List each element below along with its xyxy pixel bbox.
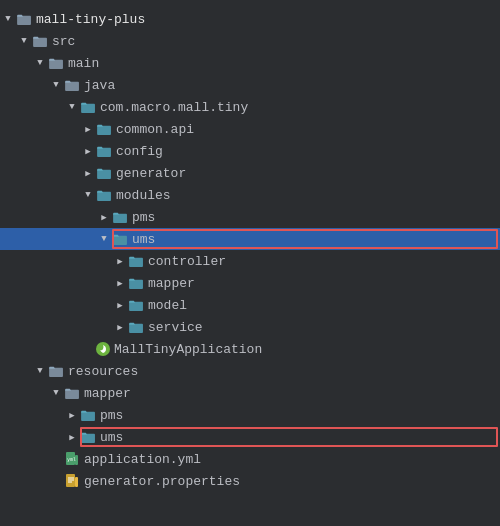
svg-rect-15 — [49, 368, 63, 377]
tree-item-common.api[interactable]: common.api — [0, 118, 500, 140]
package-folder-icon — [112, 209, 128, 225]
spring-icon — [96, 342, 110, 356]
folder-icon — [48, 363, 64, 379]
tree-item-generator.properties[interactable]: generator.properties — [0, 470, 500, 492]
tree-item-ums2[interactable]: ums — [0, 426, 500, 448]
tree-item-MallTinyApplication[interactable]: MallTinyApplication — [0, 338, 500, 360]
expand-arrow[interactable] — [80, 165, 96, 181]
tree-item-main[interactable]: main — [0, 52, 500, 74]
tree-item-model[interactable]: model — [0, 294, 500, 316]
item-label: config — [116, 144, 163, 159]
expand-arrow[interactable] — [64, 99, 80, 115]
expand-arrow[interactable] — [48, 385, 64, 401]
package-folder-icon — [128, 253, 144, 269]
package-folder-icon — [80, 407, 96, 423]
tree-item-mapper[interactable]: mapper — [0, 272, 500, 294]
package-folder-icon — [128, 275, 144, 291]
tree-item-pms2[interactable]: pms — [0, 404, 500, 426]
item-label: service — [148, 320, 203, 335]
expand-arrow[interactable] — [80, 121, 96, 137]
tree-item-resources[interactable]: resources — [0, 360, 500, 382]
expand-arrow[interactable] — [96, 231, 112, 247]
expand-arrow[interactable] — [80, 187, 96, 203]
expand-arrow[interactable] — [0, 11, 16, 27]
svg-rect-11 — [129, 258, 143, 267]
svg-rect-18 — [81, 434, 95, 443]
item-label: main — [68, 56, 99, 71]
tree-item-java[interactable]: java — [0, 74, 500, 96]
item-label: src — [52, 34, 75, 49]
svg-rect-10 — [113, 236, 127, 245]
expand-arrow[interactable] — [32, 55, 48, 71]
prop-icon — [64, 473, 80, 489]
expand-arrow[interactable] — [16, 33, 32, 49]
item-label: application.yml — [84, 452, 201, 467]
expand-arrow[interactable] — [112, 275, 128, 291]
package-folder-icon — [96, 121, 112, 137]
item-label: resources — [68, 364, 138, 379]
expand-arrow[interactable] — [96, 209, 112, 225]
expand-arrow[interactable] — [64, 429, 80, 445]
tree-item-com.macro.mall.tiny[interactable]: com.macro.mall.tiny — [0, 96, 500, 118]
package-folder-icon — [112, 231, 128, 247]
tree-item-generator[interactable]: generator — [0, 162, 500, 184]
svg-rect-5 — [97, 126, 111, 135]
item-label: generator.properties — [84, 474, 240, 489]
tree-item-src[interactable]: src — [0, 30, 500, 52]
svg-rect-17 — [81, 412, 95, 421]
expand-arrow[interactable] — [80, 143, 96, 159]
tree-item-service[interactable]: service — [0, 316, 500, 338]
package-folder-icon — [96, 143, 112, 159]
item-label: pms — [100, 408, 123, 423]
svg-rect-13 — [129, 302, 143, 311]
tree-item-ums[interactable]: ums — [0, 228, 500, 250]
tree-item-pms[interactable]: pms — [0, 206, 500, 228]
expand-arrow[interactable] — [112, 297, 128, 313]
package-folder-icon — [80, 99, 96, 115]
item-label: controller — [148, 254, 226, 269]
tree-item-mapper2[interactable]: mapper — [0, 382, 500, 404]
item-label: ums — [132, 232, 155, 247]
folder-icon — [48, 55, 64, 71]
expand-arrow[interactable] — [32, 363, 48, 379]
package-folder-icon — [128, 319, 144, 335]
item-label: MallTinyApplication — [114, 342, 262, 357]
svg-rect-0 — [17, 16, 31, 25]
item-label: pms — [132, 210, 155, 225]
folder-icon — [64, 77, 80, 93]
item-label: modules — [116, 188, 171, 203]
package-folder-icon — [96, 165, 112, 181]
item-label: mapper — [148, 276, 195, 291]
item-label: mall-tiny-plus — [36, 12, 145, 27]
svg-rect-6 — [97, 148, 111, 157]
expand-arrow[interactable] — [112, 253, 128, 269]
tree-item-modules[interactable]: modules — [0, 184, 500, 206]
folder-icon — [16, 11, 32, 27]
tree-item-application.yml[interactable]: yml application.yml — [0, 448, 500, 470]
tree-item-config[interactable]: config — [0, 140, 500, 162]
svg-rect-2 — [49, 60, 63, 69]
highlight-box — [80, 427, 498, 447]
item-label: com.macro.mall.tiny — [100, 100, 248, 115]
expand-arrow[interactable] — [112, 319, 128, 335]
package-folder-icon — [96, 187, 112, 203]
svg-rect-12 — [129, 280, 143, 289]
item-label: common.api — [116, 122, 194, 137]
package-folder-icon — [128, 297, 144, 313]
svg-rect-14 — [129, 324, 143, 333]
expand-arrow[interactable] — [64, 407, 80, 423]
svg-rect-4 — [81, 104, 95, 113]
item-label: mapper — [84, 386, 131, 401]
folder-icon — [32, 33, 48, 49]
file-tree: mall-tiny-plus src main java com.macro.m… — [0, 0, 500, 500]
tree-item-controller[interactable]: controller — [0, 250, 500, 272]
package-folder-icon — [80, 429, 96, 445]
svg-rect-9 — [113, 214, 127, 223]
svg-rect-1 — [33, 38, 47, 47]
tree-item-root[interactable]: mall-tiny-plus — [0, 8, 500, 30]
svg-rect-23 — [75, 477, 78, 487]
expand-arrow[interactable] — [48, 77, 64, 93]
highlight-box — [112, 229, 498, 249]
item-label: java — [84, 78, 115, 93]
yaml-icon: yml — [64, 451, 80, 467]
